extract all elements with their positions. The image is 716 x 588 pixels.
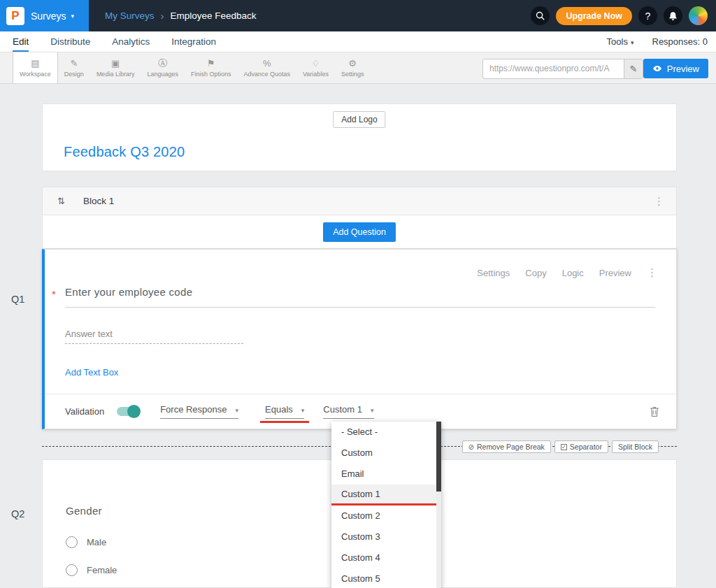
toolbar-item-languages[interactable]: Ⓐ Languages: [141, 52, 185, 83]
menu-item-custom-5[interactable]: Custom 5: [331, 568, 441, 588]
survey-title[interactable]: Feedback Q3 2020: [64, 144, 185, 160]
question-mark-icon: ?: [645, 10, 651, 22]
radio-button[interactable]: [66, 536, 78, 548]
separator-label: Separator: [570, 443, 602, 451]
separator-checkbox-button[interactable]: ✓ Separator: [554, 440, 608, 453]
menu-item-custom[interactable]: Custom: [331, 443, 441, 464]
block-name[interactable]: Block 1: [83, 196, 114, 206]
tools-menu[interactable]: Tools▾: [607, 36, 634, 47]
block-menu-icon[interactable]: ⋮: [654, 195, 665, 208]
tab-edit[interactable]: Edit: [13, 31, 29, 52]
search-button[interactable]: [531, 6, 550, 25]
upgrade-now-button[interactable]: Upgrade Now: [556, 7, 632, 25]
toolbar-item-media-library[interactable]: ▣ Media Library: [90, 52, 141, 83]
question-menu-icon[interactable]: ⋮: [647, 266, 658, 279]
tools-label: Tools: [607, 36, 628, 47]
survey-url-text: https://www.questionpro.com/t/A: [483, 59, 624, 78]
survey-header-card: Add Logo Feedback Q3 2020: [42, 103, 677, 171]
question-title-field[interactable]: * Enter your employee code: [65, 286, 655, 308]
question-copy-link[interactable]: Copy: [525, 268, 546, 278]
topbar-actions: Upgrade Now ?: [531, 6, 716, 25]
toolbar-label: Finish Options: [191, 71, 231, 78]
top-bar: P Surveys ▾ My Surveys › Employee Feedba…: [0, 0, 716, 31]
tab-analytics[interactable]: Analytics: [112, 31, 150, 52]
add-text-box-link[interactable]: Add Text Box: [65, 367, 118, 378]
workspace-icon: ▤: [31, 58, 39, 69]
add-question-button[interactable]: Add Question: [323, 222, 396, 242]
settings-icon: ⚙: [348, 58, 357, 69]
edit-url-button[interactable]: ✎: [624, 59, 643, 78]
toolbar-item-variables[interactable]: ♢ Variables: [296, 52, 335, 83]
editor-toolbar: ▤ Workspace ✎ Design ▣ Media Library Ⓐ L…: [0, 52, 716, 84]
question-text[interactable]: Gender: [66, 505, 102, 517]
radio-label: Male: [87, 537, 106, 547]
operand-dropdown[interactable]: Custom 1 ▾: [323, 404, 373, 419]
q1-label: Q1: [11, 294, 24, 305]
product-label: Surveys: [31, 10, 66, 22]
variables-icon: ♢: [312, 58, 320, 69]
menu-item-custom-3[interactable]: Custom 3: [331, 526, 441, 547]
toolbar-item-design[interactable]: ✎ Design: [58, 52, 90, 83]
toolbar-item-settings[interactable]: ⚙ Settings: [335, 52, 371, 83]
breadcrumb: My Surveys › Employee Feedback: [105, 10, 257, 22]
preview-button[interactable]: Preview: [643, 59, 708, 78]
question-actions: Settings Copy Logic Preview ⋮: [477, 266, 658, 279]
dropdown-scrollbar-thumb[interactable]: [436, 422, 441, 492]
toggle-knob: [127, 405, 141, 418]
toolbar-item-finish-options[interactable]: ⚑ Finish Options: [185, 52, 238, 83]
menu-item-custom-1[interactable]: Custom 1: [331, 485, 441, 505]
force-response-dropdown[interactable]: Force Response ▾: [160, 404, 238, 419]
operand-value: Custom 1: [323, 404, 362, 415]
operator-dropdown[interactable]: Equals ▾: [265, 404, 304, 419]
radio-option-female[interactable]: Female: [66, 564, 117, 576]
survey-url-field[interactable]: https://www.questionpro.com/t/A ✎: [482, 59, 643, 79]
question-logic-link[interactable]: Logic: [562, 268, 584, 278]
question-settings-link[interactable]: Settings: [477, 268, 510, 278]
validation-toggle[interactable]: [117, 407, 139, 416]
operator-value: Equals: [265, 404, 293, 415]
menu-item-custom-2[interactable]: Custom 2: [331, 505, 441, 526]
design-icon: ✎: [70, 58, 78, 69]
split-block-button[interactable]: Split Block: [612, 440, 659, 453]
toolbar-item-advance-quotas[interactable]: % Advance Quotas: [237, 52, 296, 83]
user-avatar[interactable]: [689, 6, 708, 25]
toolbar-label: Media Library: [96, 71, 135, 78]
breadcrumb-current: Employee Feedback: [171, 10, 257, 21]
toolbar-label: Design: [64, 71, 84, 78]
toolbar-label: Languages: [147, 71, 178, 78]
menu-item-email[interactable]: Email: [331, 464, 441, 485]
q2-label: Q2: [11, 508, 24, 519]
radio-button[interactable]: [66, 564, 78, 576]
breadcrumb-my-surveys[interactable]: My Surveys: [105, 10, 155, 21]
radio-option-male[interactable]: Male: [66, 536, 106, 548]
pencil-icon: ✎: [630, 64, 638, 74]
radio-label: Female: [87, 565, 117, 575]
tab-integration[interactable]: Integration: [171, 31, 216, 52]
finish-options-icon: ⚑: [207, 58, 215, 69]
chevron-down-icon: ▾: [301, 407, 305, 414]
eye-icon: [652, 65, 662, 72]
remove-page-break-button[interactable]: ⊘ Remove Page Break: [462, 440, 551, 453]
page-break-buttons: ⊘ Remove Page Break ✓ Separator Split Bl…: [462, 440, 659, 453]
surveys-menu[interactable]: P Surveys ▾: [0, 0, 89, 31]
help-button[interactable]: ?: [638, 6, 657, 25]
question-text[interactable]: Enter your employee code: [65, 286, 192, 298]
answer-text-field[interactable]: Answer text: [65, 329, 243, 344]
collapse-block-icon[interactable]: ⇅: [57, 196, 65, 206]
responses-count[interactable]: Responses: 0: [652, 36, 708, 47]
add-logo-button[interactable]: Add Logo: [333, 111, 385, 128]
tab-distribute[interactable]: Distribute: [50, 31, 90, 52]
question-preview-link[interactable]: Preview: [599, 268, 631, 278]
menu-item-custom-4[interactable]: Custom 4: [331, 547, 441, 568]
delete-validation-button[interactable]: [650, 406, 659, 417]
media-library-icon: ▣: [111, 58, 120, 69]
notifications-button[interactable]: [664, 6, 682, 25]
nav-bar: Edit Distribute Analytics Integration To…: [0, 31, 716, 52]
required-asterisk: *: [52, 288, 56, 300]
chevron-down-icon: ▾: [236, 407, 239, 414]
toolbar-item-workspace[interactable]: ▤ Workspace: [13, 52, 58, 83]
preview-label: Preview: [667, 64, 699, 74]
add-question-row: Add Question: [42, 215, 677, 249]
bell-icon: [668, 11, 678, 21]
menu-item-select[interactable]: - Select -: [331, 422, 441, 443]
